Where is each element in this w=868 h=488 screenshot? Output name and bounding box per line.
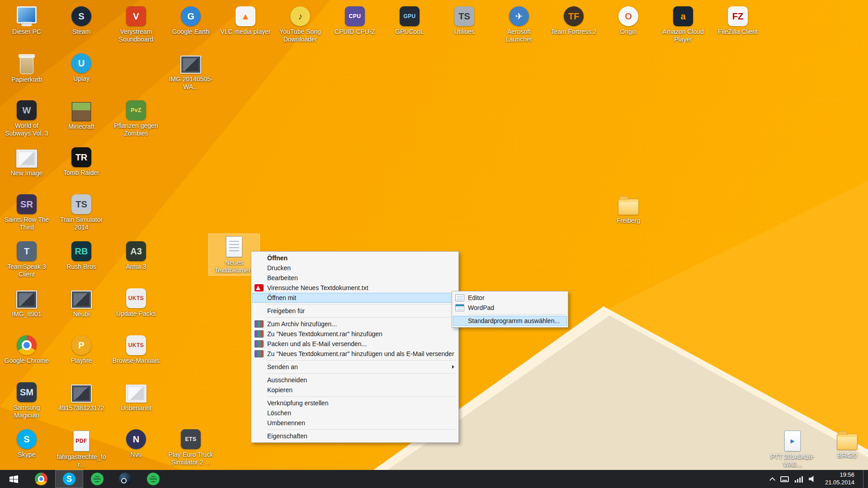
desktop-icon-google-earth[interactable]: GGoogle Earth (165, 5, 216, 37)
desktop-icon-steam[interactable]: SSteam (56, 5, 107, 37)
desktop-icon-label: Unbenannt (111, 404, 161, 412)
taskbar-app-chrome[interactable] (27, 470, 55, 488)
open-with-item-wordpad[interactable]: WordPad (453, 303, 567, 313)
context-menu-item-rename[interactable]: Umbenennen (252, 418, 458, 428)
desktop-icon-label: IMG 20140505-WA... (165, 75, 216, 90)
origin-icon: O (618, 6, 638, 26)
desktop-icon-play-euro-truck-simulator-2[interactable]: ETSPlay Euro Truck Simulator 2 ... (165, 428, 216, 467)
context-menu-item-add-to-rar[interactable]: Zu "Neues Textdokument.rar" hinzufügen (252, 329, 458, 339)
desktop-icon-ptt-20140416[interactable]: ▶PTT 20140416-WA0... (767, 428, 818, 469)
desktop-icon-nvu[interactable]: NNvu (111, 428, 161, 460)
browse-manuals-icon: UKTS (126, 335, 146, 355)
desktop-icon-cpuid-cpu-z[interactable]: CPUCPUID CPU-Z (330, 5, 380, 37)
desktop-icon-label: BR420 (822, 452, 868, 460)
context-menu-item-print[interactable]: Drucken (252, 263, 458, 273)
menu-separator (267, 304, 456, 305)
desktop-icon-photo-4915738123172[interactable]: 4915738123172 (56, 381, 107, 413)
desktop-icon-dieser-pc[interactable]: Dieser PC (1, 5, 52, 37)
taskbar-app-spotify[interactable] (83, 470, 111, 488)
desktop-icon-label: World of Subways Vol. 3 (1, 122, 52, 137)
context-menu-item-add-to-archive[interactable]: Zum Archiv hinzufügen... (252, 319, 458, 329)
desktop-icon-aerosoft-launcher[interactable]: ✈Aerosoft Launcher (494, 5, 544, 44)
open-with-item-choose-default-program[interactable]: Standardprogramm auswählen... (453, 316, 567, 326)
desktop-icon-world-of-subways[interactable]: WWorld of Subways Vol. 3 (1, 99, 52, 138)
clock[interactable]: 19:56 21.05.2014 (822, 471, 857, 487)
context-menu-item-virus-scan[interactable]: Virensuche Neues Textdokument.txt (252, 283, 458, 293)
menu-separator (267, 373, 456, 374)
desktop-icon-label: Play Euro Truck Simulator 2 ... (165, 451, 216, 466)
desktop-icon-team-fortress-2[interactable]: TFTeam Fortress 2 (548, 5, 599, 37)
img-20140505-icon (180, 56, 201, 74)
desktop-icon-tomb-raider[interactable]: TRTomb Raider (56, 146, 107, 178)
nvu-glyph: N (126, 429, 146, 449)
context-menu-item-cut[interactable]: Ausschneiden (252, 375, 458, 385)
menu-separator (467, 314, 565, 314)
context-menu-item-pack-and-email[interactable]: Packen und als E-Mail versenden... (252, 339, 458, 349)
desktop-icon-papierkorb[interactable]: Papierkorb (1, 52, 52, 85)
cpuid-cpu-z-glyph: CPU (345, 6, 365, 26)
update-packs-icon: UKTS (126, 288, 146, 308)
pflanzen-gegen-zombies-icon: PvZ (126, 100, 146, 120)
context-menu-item-copy[interactable]: Kopieren (252, 385, 458, 395)
context-menu-item-create-shortcut[interactable]: Verknüpfung erstellen (252, 398, 458, 408)
desktop-icon-filezilla-client[interactable]: FZFileZilla Client (712, 5, 763, 37)
desktop-icon-samsung-magician[interactable]: SMSamsung Magician (1, 381, 52, 420)
context-menu-item-send-to[interactable]: Senden an (252, 362, 458, 372)
desktop-icon-arma-3[interactable]: A3Arma 3 (111, 240, 161, 272)
desktop-icon-neubi[interactable]: Neubi (56, 287, 107, 319)
desktop-icon-pflanzen-gegen-zombies[interactable]: PvZPflanzen gegen Zombies (111, 99, 161, 138)
context-menu-item-edit[interactable]: Bearbeiten (252, 273, 458, 283)
desktop-icon-browse-manuals[interactable]: UKTSBrowse-Manuals (111, 334, 161, 366)
open-with-item-editor[interactable]: Editor (453, 293, 567, 303)
desktop-icon-teamspeak-3-client[interactable]: TTeamSpeak 3 Client (1, 240, 52, 279)
taskbar-app-skype[interactable]: S (55, 470, 83, 488)
desktop-icon-verystream-soundboard[interactable]: VVerystream Soundboard (111, 5, 161, 44)
rush-bros-icon: RB (71, 241, 91, 261)
desktop-icon-fahrgastrechte-pdf[interactable]: PDFfahrgastrechte_for... (56, 428, 107, 469)
desktop-icon-gpucool[interactable]: GPUGPUCooL (384, 5, 435, 37)
desktop-icon-freiberg-folder[interactable]: Freiberg (603, 193, 654, 226)
desktop-icon-playfire[interactable]: PPlayfire (56, 334, 107, 366)
desktop-icon-skype[interactable]: SSkype (1, 428, 52, 460)
desktop-icon-label: CPUID CPU-Z (330, 28, 380, 36)
desktop-icon-unbenannt[interactable]: Unbenannt (111, 381, 161, 413)
desktop-icon-saints-row-the-third[interactable]: SRSaints Row The Third (1, 193, 52, 232)
context-menu-item-open[interactable]: Öffnen (252, 253, 458, 263)
desktop-icon-train-simulator-2014[interactable]: TSTrain Simulator 2014 (56, 193, 107, 232)
network-icon[interactable] (795, 476, 803, 483)
context-menu-item-properties[interactable]: Eigenschaften (252, 431, 458, 441)
desktop-icon-img-20140505[interactable]: IMG 20140505-WA... (165, 52, 216, 92)
context-menu-item-open-with[interactable]: Öffnen mit (252, 293, 458, 303)
update-packs-glyph: UKTS (126, 288, 146, 308)
desktop-icon-google-chrome[interactable]: Google Chrome (1, 334, 52, 366)
google-earth-glyph: G (181, 6, 201, 26)
context-menu-item-delete[interactable]: Löschen (252, 408, 458, 418)
desktop-icon-amazon-cloud-player[interactable]: aAmazon Cloud Player (658, 5, 708, 44)
start-button[interactable] (0, 470, 27, 488)
desktop-icon-label: Rush Bros (56, 263, 107, 271)
touch-keyboard-icon[interactable] (780, 476, 789, 482)
desktop-icon-rush-bros[interactable]: RBRush Bros (56, 240, 107, 272)
desktop-icon-utilities[interactable]: TSUtilities (439, 5, 490, 37)
desktop-icon-youtube-song-downloader[interactable]: ♪YouTube Song Downloader (275, 5, 326, 44)
winrar-icon (255, 330, 264, 338)
desktop-icon-br420-folder[interactable]: BR420 (822, 428, 868, 461)
desktop-icon-new-image[interactable]: New Image (1, 146, 52, 178)
desktop-icon-origin[interactable]: OOrigin (603, 5, 654, 37)
menu-item-label: Editor (468, 294, 485, 301)
desktop-icon-uplay[interactable]: UUplay (56, 52, 107, 84)
taskbar-app-steam[interactable] (111, 470, 139, 488)
context-menu-item-add-to-rar-and-email[interactable]: Zu "Neues Textdokument.rar" hinzufügen u… (252, 349, 458, 359)
menu-item-label: Zu "Neues Textdokument.rar" hinzufügen (267, 330, 382, 338)
hidden-icons-chevron-icon[interactable] (769, 477, 775, 483)
taskbar-app-spotify-2[interactable] (139, 470, 167, 488)
desktop-icon-img-8901[interactable]: IMG_8901 (1, 287, 52, 319)
show-desktop-button[interactable] (863, 470, 867, 488)
cpuid-cpu-z-icon: CPU (345, 6, 365, 26)
volume-icon[interactable] (809, 476, 816, 483)
desktop-icon-vlc-media-player[interactable]: ▲VLC media player (220, 5, 271, 37)
context-menu-item-share-with[interactable]: Freigeben für (252, 306, 458, 316)
desktop-icon-update-packs[interactable]: UKTSUpdate-Packs (111, 287, 161, 319)
desktop-icon-minecraft[interactable]: Minecraft (56, 99, 107, 132)
desktop-icon-label: Aerosoft Launcher (494, 28, 544, 43)
